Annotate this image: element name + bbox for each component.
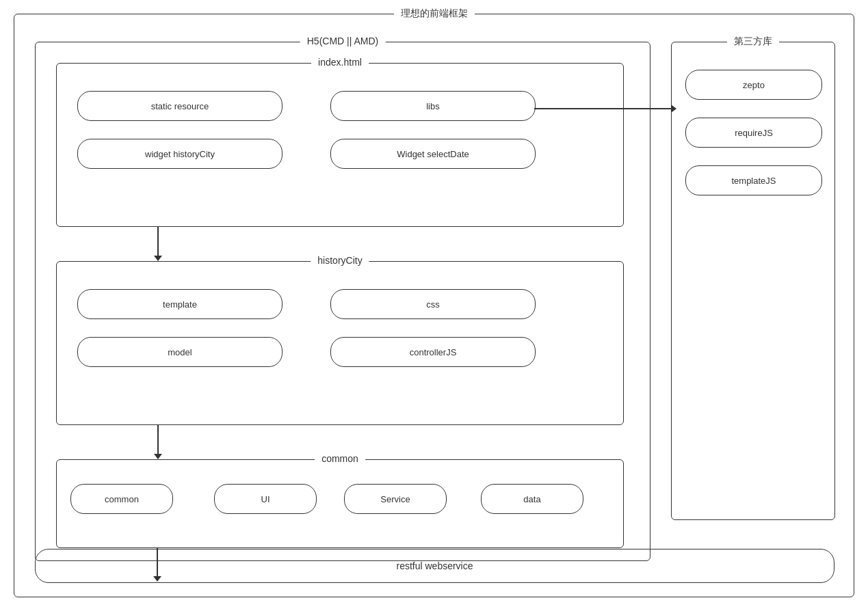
restful-box: restful webservice	[35, 549, 834, 583]
static-resource-label: static resource	[151, 101, 209, 111]
index-panel-title: index.html	[311, 57, 369, 68]
h5-panel: H5(CMD || AMD) index.html static resourc…	[35, 42, 650, 561]
controller-label: controllerJS	[410, 347, 457, 357]
template-box: template	[77, 289, 282, 319]
arrow-libs-head	[671, 105, 676, 113]
templatejs-label: templateJS	[731, 176, 776, 186]
history-panel: historyCity template css model controlle…	[56, 261, 624, 425]
css-label: css	[426, 299, 440, 310]
arrow-index-to-history	[154, 227, 162, 261]
arrow-line-2	[157, 425, 159, 454]
h5-panel-title: H5(CMD || AMD)	[300, 36, 386, 46]
widget-select-box: Widget selectDate	[330, 139, 536, 169]
css-box: css	[330, 289, 536, 319]
service-box: Service	[344, 484, 447, 514]
arrow-head-2	[154, 454, 162, 459]
libs-label: libs	[426, 101, 440, 111]
third-panel: 第三方库 zepto requireJS templateJS	[671, 42, 835, 520]
common-panel-title: common	[315, 453, 365, 464]
arrow-line-1	[157, 227, 159, 256]
third-panel-title: 第三方库	[727, 36, 779, 48]
main-title: 理想的前端框架	[394, 8, 475, 20]
static-resource-box: static resource	[77, 91, 282, 121]
arrow-history-to-common	[154, 425, 162, 459]
model-box: model	[77, 337, 282, 367]
index-panel: index.html static resource libs widget h…	[56, 63, 624, 227]
history-panel-title: historyCity	[311, 255, 369, 266]
service-label: Service	[380, 494, 410, 504]
main-container: 理想的前端框架 H5(CMD || AMD) index.html static…	[14, 14, 854, 597]
common-panel: common common UI Service data	[56, 459, 624, 548]
restful-label: restful webservice	[396, 560, 473, 571]
zepto-label: zepto	[743, 80, 765, 90]
model-label: model	[168, 347, 192, 357]
widget-history-box: widget historyCity	[77, 139, 282, 169]
arrow-libs-to-third	[534, 105, 676, 113]
libs-box: libs	[330, 91, 536, 121]
ui-label: UI	[261, 494, 270, 504]
arrow-libs-line	[534, 108, 671, 109]
widget-select-label: Widget selectDate	[397, 149, 469, 159]
template-label: template	[163, 299, 197, 310]
templatejs-box: templateJS	[685, 165, 822, 195]
arrow-head-1	[154, 256, 162, 261]
requirejs-label: requireJS	[735, 128, 773, 138]
controller-box: controllerJS	[330, 337, 536, 367]
data-box: data	[481, 484, 583, 514]
zepto-box: zepto	[685, 70, 822, 100]
requirejs-box: requireJS	[685, 118, 822, 148]
data-label: data	[523, 494, 540, 504]
widget-history-label: widget historyCity	[145, 149, 215, 159]
common-item-box: common	[70, 484, 173, 514]
common-item-label: common	[105, 494, 139, 504]
ui-box: UI	[214, 484, 317, 514]
